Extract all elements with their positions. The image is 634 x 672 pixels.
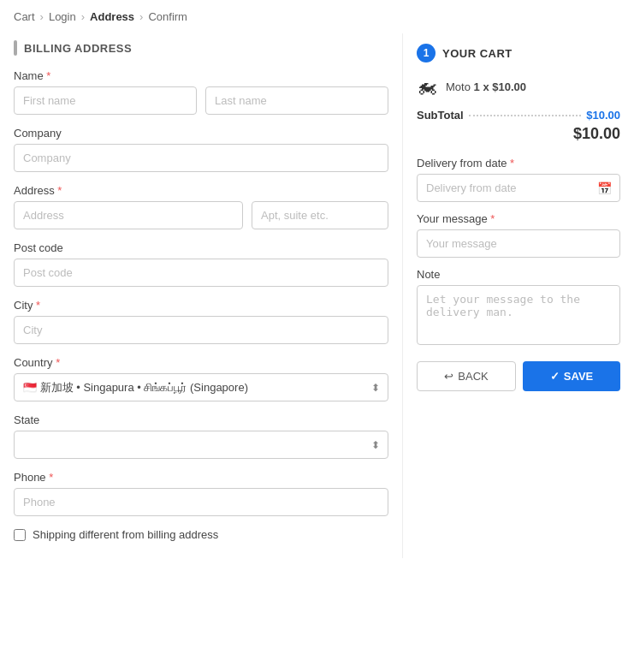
country-select-wrapper: 🇸🇬 新加坡 • Singapura • சிங்கப்பூர் (Singap… <box>14 373 388 401</box>
breadcrumb-address[interactable]: Address <box>90 10 134 23</box>
breadcrumb-confirm[interactable]: Confirm <box>148 10 187 23</box>
check-icon: ✓ <box>550 370 560 383</box>
subtotal-row: SubTotal $10.00 <box>417 109 620 122</box>
message-input[interactable] <box>417 229 620 258</box>
first-name-input[interactable] <box>14 86 197 115</box>
back-button[interactable]: ↩ BACK <box>417 361 516 391</box>
address-input[interactable] <box>14 201 243 229</box>
title-bar <box>14 40 17 56</box>
save-button[interactable]: ✓ SAVE <box>523 361 620 391</box>
cart-badge: 1 <box>417 44 436 62</box>
button-row: ↩ BACK ✓ SAVE <box>417 361 620 391</box>
city-label: City * <box>14 299 388 312</box>
phone-group: Phone * <box>14 471 388 516</box>
postcode-input[interactable] <box>14 259 388 287</box>
billing-title: BILLING ADDRESS <box>14 40 388 56</box>
country-label: Country * <box>14 356 388 369</box>
name-group: Name * <box>14 69 388 115</box>
cart-panel: 1 YOUR CART 🏍 Moto 1 x $10.00 SubTotal $… <box>403 33 634 558</box>
breadcrumb: Cart › Login › Address › Confirm <box>0 0 634 33</box>
state-select[interactable] <box>14 431 388 459</box>
state-select-wrapper <box>14 431 388 459</box>
address-label: Address * <box>14 184 388 197</box>
cart-item-icon: 🏍 <box>417 74 437 98</box>
breadcrumb-login[interactable]: Login <box>49 10 76 23</box>
name-label: Name * <box>14 69 388 82</box>
sep-3: › <box>139 10 143 23</box>
back-arrow-icon: ↩ <box>444 370 453 383</box>
apt-input[interactable] <box>252 201 388 229</box>
cart-title: YOUR CART <box>442 47 513 60</box>
country-select[interactable]: 🇸🇬 新加坡 • Singapura • சிங்கப்பூர் (Singap… <box>14 373 388 401</box>
company-group: Company <box>14 127 388 172</box>
last-name-input[interactable] <box>205 86 388 115</box>
cart-header: 1 YOUR CART <box>417 44 620 62</box>
sep-1: › <box>40 10 44 23</box>
name-row <box>14 86 388 115</box>
delivery-label: Delivery from date * <box>417 157 620 169</box>
subtotal-label: SubTotal <box>417 109 464 122</box>
country-group: Country * 🇸🇬 新加坡 • Singapura • சிங்கப்பூ… <box>14 356 388 401</box>
company-input[interactable] <box>14 144 388 172</box>
shipping-checkbox[interactable] <box>14 529 26 541</box>
address-group: Address * <box>14 184 388 229</box>
state-group: State <box>14 413 388 459</box>
delivery-input[interactable] <box>417 174 620 202</box>
message-label: Your message * <box>417 212 620 225</box>
billing-form: BILLING ADDRESS Name * Company Address * <box>0 33 403 558</box>
cart-item: 🏍 Moto 1 x $10.00 <box>417 74 620 98</box>
state-label: State <box>14 413 388 426</box>
total-row: $10.00 <box>417 125 620 143</box>
sep-2: › <box>81 10 85 23</box>
phone-input[interactable] <box>14 488 388 516</box>
cart-item-desc: Moto 1 x $10.00 <box>446 80 526 93</box>
note-label: Note <box>417 268 620 281</box>
subtotal-amount: $10.00 <box>586 109 620 122</box>
company-label: Company <box>14 127 388 140</box>
postcode-label: Post code <box>14 241 388 254</box>
breadcrumb-cart[interactable]: Cart <box>14 10 35 23</box>
subtotal-dots <box>469 115 582 116</box>
city-group: City * <box>14 299 388 344</box>
total-amount: $10.00 <box>573 125 620 142</box>
phone-label: Phone * <box>14 471 388 484</box>
delivery-input-wrapper: 📅 <box>417 174 620 202</box>
note-textarea[interactable] <box>417 285 620 345</box>
address-row <box>14 201 388 229</box>
city-input[interactable] <box>14 316 388 344</box>
shipping-checkbox-group: Shipping different from billing address <box>14 528 388 541</box>
shipping-checkbox-label: Shipping different from billing address <box>33 528 218 541</box>
postcode-group: Post code <box>14 241 388 287</box>
